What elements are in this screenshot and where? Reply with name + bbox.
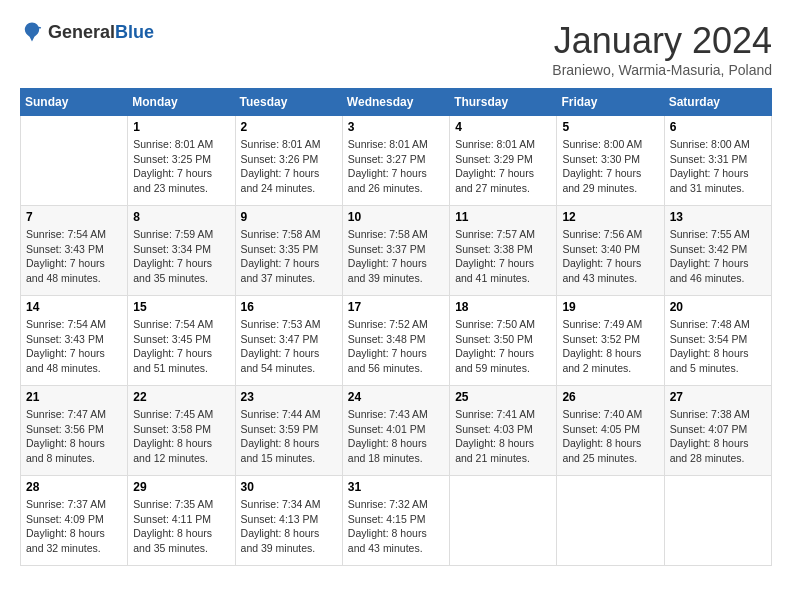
day-number: 3	[348, 120, 444, 134]
day-number: 21	[26, 390, 122, 404]
day-info: Sunrise: 7:58 AMSunset: 3:35 PMDaylight:…	[241, 227, 337, 286]
calendar-cell: 28Sunrise: 7:37 AMSunset: 4:09 PMDayligh…	[21, 476, 128, 566]
day-info: Sunrise: 7:43 AMSunset: 4:01 PMDaylight:…	[348, 407, 444, 466]
day-number: 29	[133, 480, 229, 494]
calendar-cell: 16Sunrise: 7:53 AMSunset: 3:47 PMDayligh…	[235, 296, 342, 386]
day-info: Sunrise: 7:34 AMSunset: 4:13 PMDaylight:…	[241, 497, 337, 556]
day-number: 28	[26, 480, 122, 494]
title-area: January 2024 Braniewo, Warmia-Masuria, P…	[552, 20, 772, 78]
calendar-row-4: 21Sunrise: 7:47 AMSunset: 3:56 PMDayligh…	[21, 386, 772, 476]
day-number: 30	[241, 480, 337, 494]
day-info: Sunrise: 8:00 AMSunset: 3:31 PMDaylight:…	[670, 137, 766, 196]
calendar-cell: 10Sunrise: 7:58 AMSunset: 3:37 PMDayligh…	[342, 206, 449, 296]
header-wednesday: Wednesday	[342, 89, 449, 116]
day-number: 1	[133, 120, 229, 134]
day-number: 10	[348, 210, 444, 224]
day-info: Sunrise: 7:44 AMSunset: 3:59 PMDaylight:…	[241, 407, 337, 466]
day-info: Sunrise: 7:38 AMSunset: 4:07 PMDaylight:…	[670, 407, 766, 466]
day-number: 16	[241, 300, 337, 314]
calendar-cell: 5Sunrise: 8:00 AMSunset: 3:30 PMDaylight…	[557, 116, 664, 206]
calendar-cell: 21Sunrise: 7:47 AMSunset: 3:56 PMDayligh…	[21, 386, 128, 476]
calendar-cell: 3Sunrise: 8:01 AMSunset: 3:27 PMDaylight…	[342, 116, 449, 206]
page-header: General Blue January 2024 Braniewo, Warm…	[20, 20, 772, 78]
day-number: 2	[241, 120, 337, 134]
day-number: 15	[133, 300, 229, 314]
calendar-cell: 30Sunrise: 7:34 AMSunset: 4:13 PMDayligh…	[235, 476, 342, 566]
header-tuesday: Tuesday	[235, 89, 342, 116]
calendar-cell: 14Sunrise: 7:54 AMSunset: 3:43 PMDayligh…	[21, 296, 128, 386]
calendar-cell: 19Sunrise: 7:49 AMSunset: 3:52 PMDayligh…	[557, 296, 664, 386]
calendar-cell: 7Sunrise: 7:54 AMSunset: 3:43 PMDaylight…	[21, 206, 128, 296]
day-number: 26	[562, 390, 658, 404]
day-info: Sunrise: 8:01 AMSunset: 3:25 PMDaylight:…	[133, 137, 229, 196]
logo-text-general: General	[48, 22, 115, 43]
day-number: 7	[26, 210, 122, 224]
day-number: 14	[26, 300, 122, 314]
header-friday: Friday	[557, 89, 664, 116]
calendar-cell: 29Sunrise: 7:35 AMSunset: 4:11 PMDayligh…	[128, 476, 235, 566]
calendar-cell: 23Sunrise: 7:44 AMSunset: 3:59 PMDayligh…	[235, 386, 342, 476]
calendar-cell: 13Sunrise: 7:55 AMSunset: 3:42 PMDayligh…	[664, 206, 771, 296]
calendar-cell: 11Sunrise: 7:57 AMSunset: 3:38 PMDayligh…	[450, 206, 557, 296]
calendar-cell: 2Sunrise: 8:01 AMSunset: 3:26 PMDaylight…	[235, 116, 342, 206]
header-monday: Monday	[128, 89, 235, 116]
header-sunday: Sunday	[21, 89, 128, 116]
calendar-cell: 26Sunrise: 7:40 AMSunset: 4:05 PMDayligh…	[557, 386, 664, 476]
day-info: Sunrise: 7:54 AMSunset: 3:43 PMDaylight:…	[26, 317, 122, 376]
day-number: 6	[670, 120, 766, 134]
day-info: Sunrise: 7:49 AMSunset: 3:52 PMDaylight:…	[562, 317, 658, 376]
day-number: 23	[241, 390, 337, 404]
day-info: Sunrise: 7:41 AMSunset: 4:03 PMDaylight:…	[455, 407, 551, 466]
logo-text-blue: Blue	[115, 22, 154, 43]
calendar-cell: 24Sunrise: 7:43 AMSunset: 4:01 PMDayligh…	[342, 386, 449, 476]
calendar-cell	[21, 116, 128, 206]
calendar-title: January 2024	[552, 20, 772, 62]
day-info: Sunrise: 7:48 AMSunset: 3:54 PMDaylight:…	[670, 317, 766, 376]
header-saturday: Saturday	[664, 89, 771, 116]
day-number: 24	[348, 390, 444, 404]
day-info: Sunrise: 7:35 AMSunset: 4:11 PMDaylight:…	[133, 497, 229, 556]
calendar-cell: 15Sunrise: 7:54 AMSunset: 3:45 PMDayligh…	[128, 296, 235, 386]
calendar-table: Sunday Monday Tuesday Wednesday Thursday…	[20, 88, 772, 566]
day-info: Sunrise: 7:45 AMSunset: 3:58 PMDaylight:…	[133, 407, 229, 466]
day-number: 8	[133, 210, 229, 224]
calendar-row-3: 14Sunrise: 7:54 AMSunset: 3:43 PMDayligh…	[21, 296, 772, 386]
day-info: Sunrise: 7:54 AMSunset: 3:43 PMDaylight:…	[26, 227, 122, 286]
day-info: Sunrise: 7:54 AMSunset: 3:45 PMDaylight:…	[133, 317, 229, 376]
calendar-row-1: 1Sunrise: 8:01 AMSunset: 3:25 PMDaylight…	[21, 116, 772, 206]
calendar-row-2: 7Sunrise: 7:54 AMSunset: 3:43 PMDaylight…	[21, 206, 772, 296]
day-info: Sunrise: 7:53 AMSunset: 3:47 PMDaylight:…	[241, 317, 337, 376]
calendar-subtitle: Braniewo, Warmia-Masuria, Poland	[552, 62, 772, 78]
day-number: 4	[455, 120, 551, 134]
calendar-cell: 4Sunrise: 8:01 AMSunset: 3:29 PMDaylight…	[450, 116, 557, 206]
day-number: 9	[241, 210, 337, 224]
day-number: 5	[562, 120, 658, 134]
day-info: Sunrise: 7:57 AMSunset: 3:38 PMDaylight:…	[455, 227, 551, 286]
calendar-cell	[557, 476, 664, 566]
calendar-cell: 20Sunrise: 7:48 AMSunset: 3:54 PMDayligh…	[664, 296, 771, 386]
day-number: 31	[348, 480, 444, 494]
calendar-cell: 18Sunrise: 7:50 AMSunset: 3:50 PMDayligh…	[450, 296, 557, 386]
calendar-cell: 12Sunrise: 7:56 AMSunset: 3:40 PMDayligh…	[557, 206, 664, 296]
day-info: Sunrise: 7:47 AMSunset: 3:56 PMDaylight:…	[26, 407, 122, 466]
day-info: Sunrise: 7:58 AMSunset: 3:37 PMDaylight:…	[348, 227, 444, 286]
day-number: 13	[670, 210, 766, 224]
day-info: Sunrise: 7:32 AMSunset: 4:15 PMDaylight:…	[348, 497, 444, 556]
day-info: Sunrise: 7:37 AMSunset: 4:09 PMDaylight:…	[26, 497, 122, 556]
day-info: Sunrise: 8:01 AMSunset: 3:29 PMDaylight:…	[455, 137, 551, 196]
calendar-row-5: 28Sunrise: 7:37 AMSunset: 4:09 PMDayligh…	[21, 476, 772, 566]
day-number: 27	[670, 390, 766, 404]
day-number: 20	[670, 300, 766, 314]
day-number: 17	[348, 300, 444, 314]
logo-icon	[20, 20, 44, 44]
day-info: Sunrise: 7:59 AMSunset: 3:34 PMDaylight:…	[133, 227, 229, 286]
calendar-cell: 1Sunrise: 8:01 AMSunset: 3:25 PMDaylight…	[128, 116, 235, 206]
day-number: 22	[133, 390, 229, 404]
logo: General Blue	[20, 20, 154, 44]
calendar-cell: 6Sunrise: 8:00 AMSunset: 3:31 PMDaylight…	[664, 116, 771, 206]
day-info: Sunrise: 8:01 AMSunset: 3:27 PMDaylight:…	[348, 137, 444, 196]
calendar-cell: 31Sunrise: 7:32 AMSunset: 4:15 PMDayligh…	[342, 476, 449, 566]
day-info: Sunrise: 7:55 AMSunset: 3:42 PMDaylight:…	[670, 227, 766, 286]
day-info: Sunrise: 8:01 AMSunset: 3:26 PMDaylight:…	[241, 137, 337, 196]
day-info: Sunrise: 7:40 AMSunset: 4:05 PMDaylight:…	[562, 407, 658, 466]
